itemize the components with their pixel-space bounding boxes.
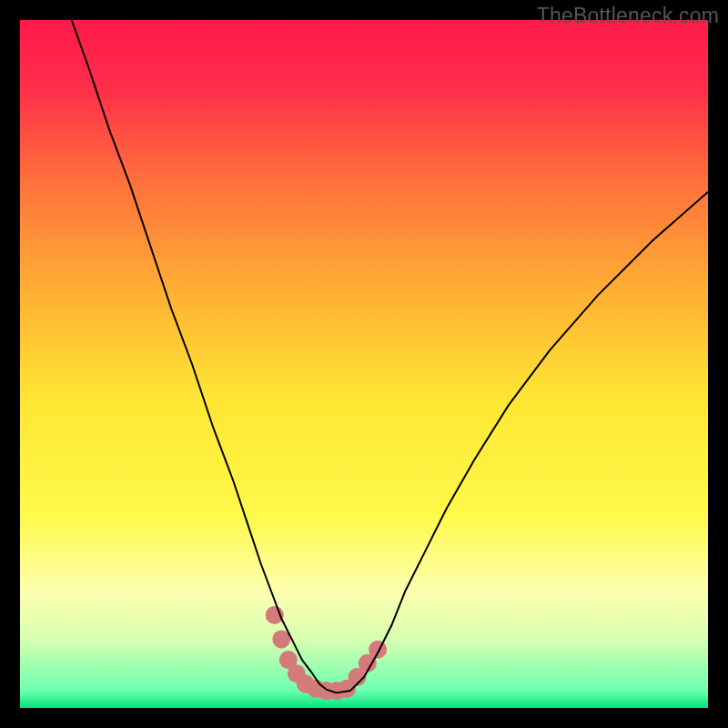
chart-stage: TheBottleneck.com [0, 0, 728, 728]
highlight-marker [369, 641, 387, 659]
chart-background [20, 20, 708, 708]
watermark-text: TheBottleneck.com [537, 4, 719, 28]
bottleneck-chart [20, 20, 708, 708]
